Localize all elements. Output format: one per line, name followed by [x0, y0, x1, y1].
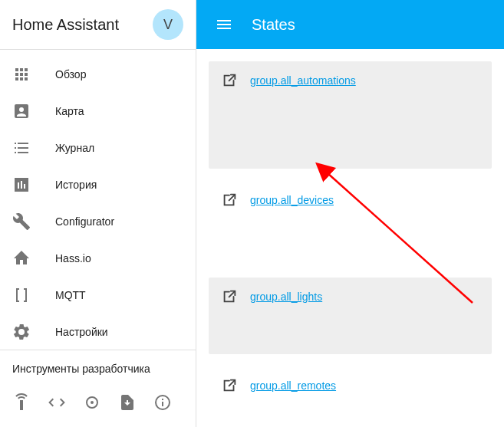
main-content: States group.all_automations group.all_d…	[196, 0, 504, 427]
entity-link[interactable]: group.all_lights	[250, 291, 322, 303]
nav-list: Обзор Карта Журнал История	[0, 50, 196, 350]
entity-card: group.all_lights	[209, 278, 492, 354]
entity-list: group.all_automations group.all_devices …	[196, 49, 504, 427]
sidebar-item-label: История	[55, 179, 97, 191]
sidebar-item-history[interactable]: История	[0, 166, 196, 203]
hassio-icon	[12, 249, 31, 268]
entity-card: group.all_automations	[209, 61, 492, 169]
dev-tool-info[interactable]	[147, 387, 178, 418]
wrench-icon	[12, 212, 31, 231]
sidebar: Home Assistant V Обзор Карта Журнал	[0, 0, 196, 427]
brand-title: Home Assistant	[12, 16, 119, 34]
entity-row: group.all_automations	[221, 72, 479, 89]
list-icon	[12, 139, 31, 157]
sidebar-item-label: Настройки	[55, 326, 108, 338]
sidebar-item-label: Hass.io	[55, 252, 91, 264]
dashboard-icon	[12, 65, 31, 84]
open-in-new-icon[interactable]	[221, 192, 238, 209]
entity-row: group.all_lights	[221, 288, 479, 305]
entity-row: group.all_remotes	[221, 377, 479, 394]
entity-card: group.all_remotes	[209, 366, 492, 394]
sidebar-item-configurator[interactable]: Configurator	[0, 203, 196, 240]
sidebar-item-logbook[interactable]: Журнал	[0, 130, 196, 166]
dev-tool-templates[interactable]	[112, 387, 143, 418]
dev-tool-events[interactable]	[77, 387, 107, 418]
sidebar-item-label: Обзор	[55, 68, 86, 80]
entity-link[interactable]: group.all_automations	[250, 74, 356, 87]
brackets-icon	[12, 286, 31, 304]
dev-tools-row	[0, 387, 196, 427]
menu-button[interactable]	[209, 9, 239, 40]
dev-tools-title: Инструменты разработчика	[0, 350, 196, 387]
topbar: States	[196, 0, 504, 49]
sidebar-header: Home Assistant V	[0, 0, 196, 49]
radio-tower-icon	[83, 393, 101, 412]
sidebar-item-label: MQTT	[55, 289, 86, 301]
entity-link[interactable]: group.all_devices	[250, 194, 334, 206]
file-icon	[118, 393, 137, 412]
code-icon	[48, 393, 66, 412]
remote-icon	[12, 393, 31, 412]
sidebar-item-label: Журнал	[55, 142, 94, 154]
chart-icon	[12, 176, 31, 194]
hamburger-icon	[215, 15, 233, 34]
info-icon	[153, 393, 172, 412]
sidebar-item-overview[interactable]: Обзор	[0, 56, 196, 93]
dev-tool-states[interactable]	[41, 387, 72, 418]
open-in-new-icon[interactable]	[221, 72, 238, 89]
entity-card: group.all_devices	[209, 181, 492, 209]
dev-tool-services[interactable]	[6, 387, 37, 418]
entity-link[interactable]: group.all_remotes	[250, 379, 336, 392]
gear-icon	[12, 323, 31, 341]
sidebar-item-settings[interactable]: Настройки	[0, 314, 196, 350]
sidebar-item-mqtt[interactable]: MQTT	[0, 277, 196, 314]
account-box-icon	[12, 102, 31, 120]
sidebar-item-label: Configurator	[55, 215, 114, 228]
dev-tools-section: Инструменты разработчика	[0, 350, 196, 427]
avatar[interactable]: V	[153, 9, 183, 40]
sidebar-item-hassio[interactable]: Hass.io	[0, 240, 196, 277]
sidebar-item-map[interactable]: Карта	[0, 93, 196, 130]
open-in-new-icon[interactable]	[221, 288, 238, 305]
open-in-new-icon[interactable]	[221, 377, 238, 394]
sidebar-item-label: Карта	[55, 105, 84, 117]
page-title: States	[252, 16, 295, 34]
entity-row: group.all_devices	[221, 192, 479, 209]
